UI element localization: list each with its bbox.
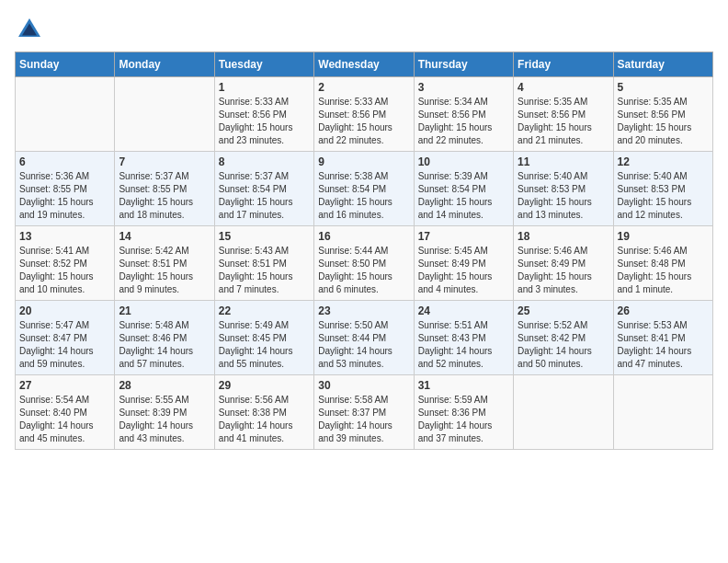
- day-number: 21: [119, 304, 210, 317]
- calendar-cell: 16Sunrise: 5:44 AM Sunset: 8:50 PM Dayli…: [314, 226, 414, 301]
- cell-info: Sunrise: 5:41 AM Sunset: 8:52 PM Dayligh…: [19, 245, 110, 296]
- calendar-cell: 5Sunrise: 5:35 AM Sunset: 8:56 PM Daylig…: [613, 77, 712, 152]
- column-header-tuesday: Tuesday: [214, 52, 313, 77]
- calendar-week-4: 20Sunrise: 5:47 AM Sunset: 8:47 PM Dayli…: [16, 301, 713, 375]
- day-number: 13: [19, 230, 110, 243]
- cell-info: Sunrise: 5:45 AM Sunset: 8:49 PM Dayligh…: [418, 245, 509, 296]
- day-number: 16: [318, 230, 409, 243]
- calendar-week-5: 27Sunrise: 5:54 AM Sunset: 8:40 PM Dayli…: [16, 375, 713, 450]
- day-number: 19: [618, 230, 709, 243]
- cell-info: Sunrise: 5:37 AM Sunset: 8:54 PM Dayligh…: [219, 170, 310, 222]
- day-number: 3: [418, 81, 509, 94]
- calendar-header-row: SundayMondayTuesdayWednesdayThursdayFrid…: [16, 52, 713, 77]
- calendar-week-1: 1Sunrise: 5:33 AM Sunset: 8:56 PM Daylig…: [16, 77, 713, 152]
- day-number: 1: [219, 81, 310, 94]
- calendar-cell: 4Sunrise: 5:35 AM Sunset: 8:56 PM Daylig…: [514, 77, 613, 152]
- day-number: 15: [219, 230, 310, 243]
- calendar-cell: 24Sunrise: 5:51 AM Sunset: 8:43 PM Dayli…: [414, 301, 513, 375]
- calendar-cell: [115, 77, 214, 152]
- day-number: 24: [418, 304, 509, 317]
- day-number: 6: [19, 155, 110, 168]
- calendar-cell: 23Sunrise: 5:50 AM Sunset: 8:44 PM Dayli…: [314, 301, 414, 375]
- day-number: 23: [318, 304, 409, 317]
- day-number: 14: [119, 230, 210, 243]
- calendar-cell: 26Sunrise: 5:53 AM Sunset: 8:41 PM Dayli…: [613, 301, 712, 375]
- calendar-cell: 21Sunrise: 5:48 AM Sunset: 8:46 PM Dayli…: [115, 301, 214, 375]
- day-number: 30: [318, 379, 409, 392]
- cell-info: Sunrise: 5:40 AM Sunset: 8:53 PM Dayligh…: [518, 170, 609, 222]
- cell-info: Sunrise: 5:42 AM Sunset: 8:51 PM Dayligh…: [119, 245, 210, 296]
- cell-info: Sunrise: 5:34 AM Sunset: 8:56 PM Dayligh…: [418, 96, 509, 147]
- day-number: 17: [418, 230, 509, 243]
- cell-info: Sunrise: 5:50 AM Sunset: 8:44 PM Dayligh…: [318, 319, 409, 371]
- calendar-cell: 13Sunrise: 5:41 AM Sunset: 8:52 PM Dayli…: [16, 226, 115, 301]
- calendar-cell: 25Sunrise: 5:52 AM Sunset: 8:42 PM Dayli…: [514, 301, 613, 375]
- calendar-table: SundayMondayTuesdayWednesdayThursdayFrid…: [15, 52, 713, 450]
- column-header-thursday: Thursday: [414, 52, 513, 77]
- calendar-cell: 9Sunrise: 5:38 AM Sunset: 8:54 PM Daylig…: [314, 152, 414, 226]
- calendar-cell: 15Sunrise: 5:43 AM Sunset: 8:51 PM Dayli…: [214, 226, 313, 301]
- cell-info: Sunrise: 5:33 AM Sunset: 8:56 PM Dayligh…: [318, 96, 409, 147]
- calendar-cell: 7Sunrise: 5:37 AM Sunset: 8:55 PM Daylig…: [115, 152, 214, 226]
- cell-info: Sunrise: 5:39 AM Sunset: 8:54 PM Dayligh…: [418, 170, 509, 222]
- column-header-monday: Monday: [115, 52, 214, 77]
- cell-info: Sunrise: 5:49 AM Sunset: 8:45 PM Dayligh…: [219, 319, 310, 371]
- day-number: 5: [618, 81, 709, 94]
- day-number: 25: [518, 304, 609, 317]
- calendar-week-2: 6Sunrise: 5:36 AM Sunset: 8:55 PM Daylig…: [16, 152, 713, 226]
- calendar-cell: 8Sunrise: 5:37 AM Sunset: 8:54 PM Daylig…: [214, 152, 313, 226]
- logo-icon: [15, 15, 44, 44]
- cell-info: Sunrise: 5:56 AM Sunset: 8:38 PM Dayligh…: [219, 394, 310, 445]
- cell-info: Sunrise: 5:51 AM Sunset: 8:43 PM Dayligh…: [418, 319, 509, 371]
- day-number: 29: [219, 379, 310, 392]
- logo: [15, 15, 48, 44]
- day-number: 22: [219, 304, 310, 317]
- cell-info: Sunrise: 5:55 AM Sunset: 8:39 PM Dayligh…: [119, 394, 210, 445]
- day-number: 11: [518, 155, 609, 168]
- calendar-cell: 17Sunrise: 5:45 AM Sunset: 8:49 PM Dayli…: [414, 226, 513, 301]
- day-number: 2: [318, 81, 409, 94]
- calendar-cell: [514, 375, 613, 450]
- day-number: 26: [618, 304, 709, 317]
- calendar-cell: 19Sunrise: 5:46 AM Sunset: 8:48 PM Dayli…: [613, 226, 712, 301]
- cell-info: Sunrise: 5:52 AM Sunset: 8:42 PM Dayligh…: [518, 319, 609, 371]
- column-header-wednesday: Wednesday: [314, 52, 414, 77]
- column-header-friday: Friday: [514, 52, 613, 77]
- calendar-cell: 3Sunrise: 5:34 AM Sunset: 8:56 PM Daylig…: [414, 77, 513, 152]
- day-number: 4: [518, 81, 609, 94]
- cell-info: Sunrise: 5:35 AM Sunset: 8:56 PM Dayligh…: [518, 96, 609, 147]
- cell-info: Sunrise: 5:33 AM Sunset: 8:56 PM Dayligh…: [219, 96, 310, 147]
- day-number: 7: [119, 155, 210, 168]
- cell-info: Sunrise: 5:40 AM Sunset: 8:53 PM Dayligh…: [618, 170, 709, 222]
- calendar-cell: 2Sunrise: 5:33 AM Sunset: 8:56 PM Daylig…: [314, 77, 414, 152]
- cell-info: Sunrise: 5:38 AM Sunset: 8:54 PM Dayligh…: [318, 170, 409, 222]
- day-number: 12: [618, 155, 709, 168]
- cell-info: Sunrise: 5:46 AM Sunset: 8:49 PM Dayligh…: [518, 245, 609, 296]
- day-number: 8: [219, 155, 310, 168]
- cell-info: Sunrise: 5:35 AM Sunset: 8:56 PM Dayligh…: [618, 96, 709, 147]
- cell-info: Sunrise: 5:47 AM Sunset: 8:47 PM Dayligh…: [19, 319, 110, 371]
- cell-info: Sunrise: 5:48 AM Sunset: 8:46 PM Dayligh…: [119, 319, 210, 371]
- page-header: [15, 15, 713, 44]
- calendar-cell: [16, 77, 115, 152]
- cell-info: Sunrise: 5:54 AM Sunset: 8:40 PM Dayligh…: [19, 394, 110, 445]
- calendar-cell: 31Sunrise: 5:59 AM Sunset: 8:36 PM Dayli…: [414, 375, 513, 450]
- calendar-cell: 22Sunrise: 5:49 AM Sunset: 8:45 PM Dayli…: [214, 301, 313, 375]
- column-header-saturday: Saturday: [613, 52, 712, 77]
- calendar-cell: 11Sunrise: 5:40 AM Sunset: 8:53 PM Dayli…: [514, 152, 613, 226]
- cell-info: Sunrise: 5:53 AM Sunset: 8:41 PM Dayligh…: [618, 319, 709, 371]
- calendar-week-3: 13Sunrise: 5:41 AM Sunset: 8:52 PM Dayli…: [16, 226, 713, 301]
- cell-info: Sunrise: 5:37 AM Sunset: 8:55 PM Dayligh…: [119, 170, 210, 222]
- day-number: 28: [119, 379, 210, 392]
- calendar-cell: 28Sunrise: 5:55 AM Sunset: 8:39 PM Dayli…: [115, 375, 214, 450]
- cell-info: Sunrise: 5:59 AM Sunset: 8:36 PM Dayligh…: [418, 394, 509, 445]
- column-header-sunday: Sunday: [16, 52, 115, 77]
- calendar-cell: 18Sunrise: 5:46 AM Sunset: 8:49 PM Dayli…: [514, 226, 613, 301]
- calendar-cell: 12Sunrise: 5:40 AM Sunset: 8:53 PM Dayli…: [613, 152, 712, 226]
- cell-info: Sunrise: 5:36 AM Sunset: 8:55 PM Dayligh…: [19, 170, 110, 222]
- day-number: 31: [418, 379, 509, 392]
- cell-info: Sunrise: 5:43 AM Sunset: 8:51 PM Dayligh…: [219, 245, 310, 296]
- day-number: 20: [19, 304, 110, 317]
- calendar-cell: 1Sunrise: 5:33 AM Sunset: 8:56 PM Daylig…: [214, 77, 313, 152]
- calendar-cell: [613, 375, 712, 450]
